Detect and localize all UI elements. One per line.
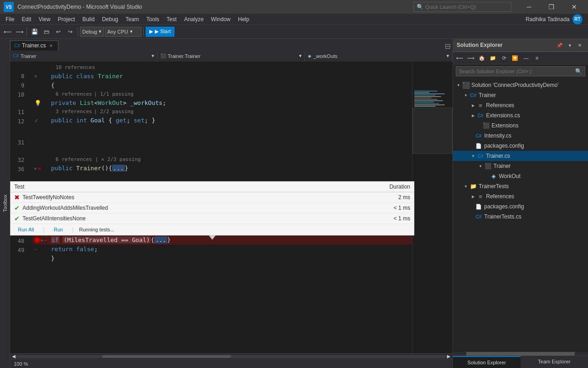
se-home[interactable]: 🏠	[477, 53, 487, 63]
method-dropdown[interactable]: ⬛ Trainer.Trainer ▾	[158, 51, 305, 62]
tree-extensions-cs[interactable]: ▶ C# Extensions.cs	[453, 110, 588, 121]
tree-packages-config-1[interactable]: 📄 packages.config	[453, 141, 588, 151]
expand-trainertests[interactable]: ▼	[462, 184, 469, 189]
save-button[interactable]: 💾	[29, 26, 40, 37]
tree-intensity-cs[interactable]: C# Intensity.cs	[453, 131, 588, 141]
test-panel: Test Duration ✖ TestTweetifyNoNotes 2 ms…	[10, 181, 414, 236]
expand-ext[interactable]: ▶	[469, 114, 477, 118]
tree-extensions-class[interactable]: ⬛ Extensions	[453, 121, 588, 131]
tree-workout-member[interactable]: ◈ WorkOut	[453, 171, 588, 181]
se-tree[interactable]: ▼ ⬛ Solution 'ConnectProductivityDemo' ▼…	[453, 78, 588, 352]
close-button[interactable]: ✕	[564, 0, 584, 14]
menu-project[interactable]: Project	[54, 14, 79, 25]
user-avatar: RT	[572, 14, 582, 24]
tree-trainer-tests-project[interactable]: ▼ 📁 TrainerTests	[453, 181, 588, 191]
se-drop-button[interactable]: ▾	[565, 40, 574, 50]
member-dropdown[interactable]: ◈ _workOuts ▾	[305, 51, 452, 62]
start-button[interactable]: ▶ ▶ Start	[146, 27, 174, 37]
expand-trainer-class[interactable]: ▼	[477, 164, 484, 168]
undo-button[interactable]: ↩	[53, 26, 64, 37]
redo-button[interactable]: ↪	[65, 26, 76, 37]
tab-split-button[interactable]: ⊟	[445, 42, 452, 51]
zoom-level[interactable]: 100 %	[14, 361, 28, 367]
menu-analyze[interactable]: Analyze	[181, 14, 208, 25]
menu-edit[interactable]: Edit	[18, 14, 35, 25]
test-row-3[interactable]: ✔ TestGetAllIntensitiesNone < 1 ms	[11, 213, 414, 224]
scroll-track[interactable]	[16, 355, 447, 358]
expand-8[interactable]: ▼	[34, 72, 37, 81]
duration-header-label[interactable]: Duration	[390, 184, 410, 190]
menu-team[interactable]: Team	[122, 14, 142, 25]
expand-44[interactable]: ▶	[41, 236, 43, 245]
expand-32[interactable]: ▶	[34, 164, 37, 173]
tree-references-2[interactable]: ▶ ≡ References	[453, 191, 588, 201]
se-properties[interactable]: ≡	[532, 53, 542, 63]
horizontal-scrollbar[interactable]: ◀ ▶	[10, 353, 452, 359]
se-forward[interactable]: ⟶	[466, 53, 476, 63]
tree-solution[interactable]: ▼ ⬛ Solution 'ConnectProductivityDemo'	[453, 80, 588, 90]
menu-help[interactable]: Help	[234, 14, 253, 25]
method-label: Trainer.Trainer	[168, 53, 200, 59]
se-scrollbar[interactable]	[453, 352, 588, 356]
tree-trainer-cs[interactable]: ▼ C# Trainer.cs	[453, 151, 588, 161]
menu-debug[interactable]: Debug	[98, 14, 122, 25]
se-close-button[interactable]: ✕	[575, 40, 584, 50]
toolbox-label[interactable]: Toolbox	[2, 191, 8, 216]
save-all-button[interactable]: 🗃	[41, 26, 52, 37]
tab-trainer-cs[interactable]: C# Trainer.cs ✕	[10, 40, 58, 51]
scroll-left[interactable]: ◀	[12, 354, 16, 359]
menu-build[interactable]: Build	[79, 14, 98, 25]
expand-trainer-cs[interactable]: ▼	[469, 154, 477, 158]
tab-solution-explorer[interactable]: Solution Explorer	[453, 356, 520, 368]
se-back[interactable]: ⟵	[455, 53, 465, 63]
quick-launch-box[interactable]: 🔍	[413, 2, 511, 12]
tree-packages-config-2[interactable]: 📄 packages.config	[453, 201, 588, 212]
running-status: Running tests...	[79, 227, 114, 232]
class-dropdown[interactable]: C# Trainer ▾	[10, 51, 158, 62]
refs-icon-2: ≡	[477, 193, 484, 200]
quick-launch-input[interactable]	[425, 4, 508, 10]
test-row-1[interactable]: ✖ TestTweetifyNoNotes 2 ms	[11, 192, 414, 203]
se-search-input[interactable]	[459, 69, 573, 74]
title-controls: ─ ❐ ✕	[519, 0, 584, 14]
se-header: Solution Explorer 📌 ▾ ✕	[453, 39, 588, 52]
menu-test[interactable]: Test	[163, 14, 181, 25]
menu-file[interactable]: File	[2, 14, 18, 25]
se-filter[interactable]: 🔽	[510, 53, 520, 63]
se-refresh[interactable]: ⟳	[499, 53, 509, 63]
tree-trainer-class[interactable]: ▼ ⬛ Trainer	[453, 161, 588, 171]
main-area: Toolbox C# Trainer.cs ✕ ⊟ C#	[0, 39, 588, 368]
menu-tools[interactable]: Tools	[143, 14, 163, 25]
menu-window[interactable]: Window	[207, 14, 234, 25]
tree-trainer-project[interactable]: ▼ C# Trainer	[453, 90, 588, 100]
forward-button[interactable]: ⟶	[14, 26, 25, 37]
expand-trainer[interactable]: ▼	[462, 93, 469, 98]
tree-references-1[interactable]: ▶ ≡ References	[453, 100, 588, 110]
expand-refs-2[interactable]: ▶	[469, 195, 477, 199]
tree-trainertests-cs[interactable]: C# TrainerTests.cs	[453, 212, 588, 222]
se-collapse[interactable]: —	[521, 53, 531, 63]
member-arrow: ▾	[447, 53, 449, 59]
toolbox-sidebar[interactable]: Toolbox	[0, 39, 10, 368]
scroll-right[interactable]: ▶	[447, 354, 451, 359]
se-files[interactable]: 📁	[488, 53, 498, 63]
se-search-box[interactable]: 🔍	[456, 66, 585, 76]
lightbulb-icon[interactable]: 💡	[34, 98, 41, 108]
expand-solution[interactable]: ▼	[455, 83, 462, 87]
tab-team-explorer[interactable]: Team Explorer	[520, 356, 588, 368]
pkg-icon-1: 📄	[475, 142, 482, 150]
minimize-button[interactable]: ─	[519, 0, 539, 14]
platform-dropdown[interactable]: Any CPU ▾	[105, 27, 141, 37]
test-row-2[interactable]: ✔ AddingWorkoutAddsMilesTravelled < 1 ms	[11, 203, 414, 213]
scroll-thumb[interactable]	[102, 355, 232, 358]
se-pin-button[interactable]: 📌	[555, 40, 564, 50]
run-all-button[interactable]: Run All	[14, 226, 38, 233]
run-button[interactable]: Run	[50, 226, 67, 233]
menu-view[interactable]: View	[35, 14, 54, 25]
restore-button[interactable]: ❐	[541, 0, 562, 14]
back-button[interactable]: ⟵	[2, 26, 13, 37]
tab-close-button[interactable]: ✕	[48, 42, 54, 49]
se-scrollbar-thumb[interactable]	[466, 352, 574, 356]
expand-refs-1[interactable]: ▶	[469, 104, 477, 108]
config-dropdown[interactable]: Debug ▾	[80, 27, 104, 37]
